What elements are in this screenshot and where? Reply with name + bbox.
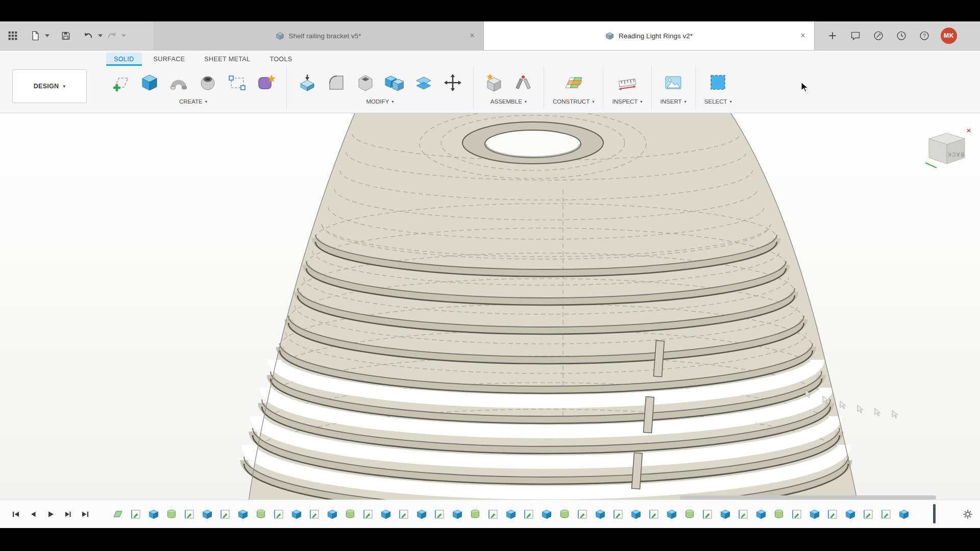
create-form-icon[interactable] [254,71,278,94]
ribbon-tab-tools[interactable]: TOOLS [262,53,300,66]
job-status-button[interactable] [895,29,908,42]
timeline-feature-revolve[interactable] [166,509,177,520]
measure-icon[interactable] [616,71,639,94]
timeline-feature-extrude[interactable] [595,509,606,520]
timeline-playhead[interactable] [933,504,936,523]
comments-button[interactable] [849,29,862,42]
timeline-feature-extrude[interactable] [630,509,642,520]
timeline-scrollbar[interactable] [680,495,936,499]
shell-icon[interactable] [354,71,377,94]
timeline-feature-extrude[interactable] [666,509,677,520]
top-hole[interactable] [462,122,603,164]
help-button[interactable]: ? [918,29,931,42]
timeline-feature-sketch[interactable] [487,509,499,520]
hole-icon[interactable] [196,71,219,94]
ribbon-group-label-construct[interactable]: CONSTRUCT▾ [553,98,594,105]
timeline-feature-extrude[interactable] [755,509,767,520]
timeline-feature-sketch[interactable] [791,509,802,520]
timeline-feature-sketch[interactable] [612,509,624,520]
extensions-button[interactable] [872,29,885,42]
press-pull-icon[interactable] [296,71,319,94]
insert-image-icon[interactable] [662,71,685,94]
timeline-feature-sketch[interactable] [738,509,749,520]
timeline-feature-extrude[interactable] [809,509,820,520]
file-menu-button[interactable] [29,29,42,42]
timeline-feature-extrude[interactable] [202,509,213,520]
undo-caret[interactable] [97,29,103,42]
tab-close-button[interactable]: × [467,31,477,41]
ribbon-group-label-inspect[interactable]: INSPECT▾ [612,98,642,105]
timeline-feature-sketch[interactable] [702,509,713,520]
file-menu-caret[interactable] [44,29,50,42]
timeline-feature-extrude[interactable] [452,509,463,520]
timeline-feature-revolve[interactable] [345,509,356,520]
timeline-feature-revolve[interactable] [470,509,481,520]
revolve-icon[interactable] [167,71,190,94]
timeline-feature-sketch[interactable] [827,509,838,520]
timeline-feature-sketch[interactable] [273,509,284,520]
timeline-feature-sketch[interactable] [362,509,374,520]
combine-icon[interactable] [383,71,406,94]
timeline-feature-sketch[interactable] [648,509,659,520]
fillet-icon[interactable] [325,71,348,94]
redo-caret[interactable] [120,29,127,42]
select-icon[interactable] [706,71,730,94]
ribbon-group-label-modify[interactable]: MODIFY▾ [366,98,394,105]
timeline-feature-extrude[interactable] [505,509,517,520]
timeline-feature-extrude[interactable] [237,509,249,520]
timeline-feature-extrude[interactable] [380,509,391,520]
timeline-feature-revolve[interactable] [684,509,695,520]
step-forward-button[interactable] [62,509,74,520]
timeline-feature-sketch[interactable] [434,509,445,520]
timeline-feature-extrude[interactable] [720,509,731,520]
app-grid-button[interactable] [6,29,19,42]
timeline-feature-sketch[interactable] [184,509,195,520]
timeline-feature-revolve[interactable] [255,509,266,520]
timeline-feature-sketch[interactable] [863,509,874,520]
joint-icon[interactable] [511,71,535,94]
ribbon-group-label-insert[interactable]: INSERT▾ [660,98,687,105]
viewport-canvas[interactable]: BACK [0,113,980,499]
timeline-feature-extrude[interactable] [898,509,910,520]
model-scene[interactable] [0,113,980,499]
tab-close-button[interactable]: × [798,31,808,41]
timeline-feature-extrude[interactable] [541,509,552,520]
workspace-selector[interactable]: DESIGN ▾ [12,69,87,103]
offset-face-icon[interactable] [412,71,435,94]
ribbon-group-label-select[interactable]: SELECT▾ [704,98,732,105]
new-component-icon[interactable] [482,71,506,94]
timeline-feature-sketch[interactable] [309,509,320,520]
ribbon-tab-sheet-metal[interactable]: SHEET METAL [197,53,258,66]
timeline-feature-revolve[interactable] [773,509,785,520]
timeline-feature-sketch[interactable] [398,509,409,520]
move-icon[interactable] [441,71,464,94]
ribbon-group-label-assemble[interactable]: ASSEMBLE▾ [491,98,527,105]
document-tab-active[interactable]: Reading Light Rings v2* × [484,21,815,50]
goto-start-button[interactable] [10,509,21,520]
document-tab-inactive[interactable]: Shelf railing bracket v5* × [153,21,484,50]
timeline-feature-sketch[interactable] [523,509,534,520]
user-avatar[interactable]: MK [941,28,957,44]
timeline-feature-sketch[interactable] [130,509,141,520]
goto-end-button[interactable] [80,509,91,520]
timeline-feature-construction[interactable] [112,509,124,520]
viewcube[interactable]: BACK [921,126,972,171]
redo-button[interactable] [105,29,118,42]
timeline-feature-extrude[interactable] [327,509,338,520]
timeline-feature-revolve[interactable] [559,509,570,520]
timeline-feature-sketch[interactable] [219,509,231,520]
timeline-feature-sketch[interactable] [577,509,588,520]
extrude-icon[interactable] [138,71,161,94]
undo-button[interactable] [82,29,95,42]
timeline-feature-extrude[interactable] [416,509,427,520]
construction-plane-icon[interactable] [562,71,585,94]
timeline-feature-extrude[interactable] [291,509,302,520]
create-sketch-icon[interactable] [109,71,132,94]
timeline-feature-extrude[interactable] [148,509,159,520]
ribbon-tab-surface[interactable]: SURFACE [146,53,193,66]
ribbon-group-label-create[interactable]: CREATE▾ [179,98,207,105]
new-tab-button[interactable] [826,29,839,42]
play-button[interactable] [45,509,56,520]
save-button[interactable] [59,29,72,42]
timeline-feature-sketch[interactable] [880,509,892,520]
